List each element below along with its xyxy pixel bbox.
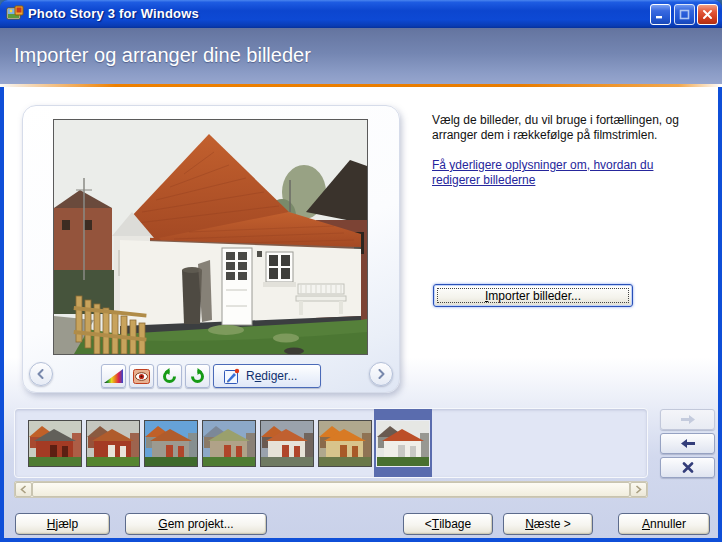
arrow-right-icon	[680, 414, 696, 425]
thumbnail-3[interactable]	[142, 409, 200, 477]
maximize-button[interactable]	[674, 4, 695, 25]
filmstrip	[14, 408, 648, 478]
thumbnail-5[interactable]	[258, 409, 316, 477]
next-button[interactable]: Næste >	[503, 513, 593, 535]
remove-red-eye-button[interactable]	[129, 364, 154, 388]
x-icon	[682, 462, 694, 473]
move-image-back-button[interactable]	[660, 433, 715, 454]
thumbnail-6[interactable]	[316, 409, 374, 477]
photo-story-window: Photo Story 3 for Windows Importer og ar…	[0, 0, 722, 542]
close-icon[interactable]	[697, 4, 718, 25]
chevron-left-icon	[20, 485, 27, 494]
delete-image-button[interactable]	[660, 457, 715, 478]
app-icon	[6, 5, 24, 23]
rotate-counterclockwise-button[interactable]	[157, 364, 182, 388]
arrow-left-icon	[680, 438, 696, 449]
scroll-left-button[interactable]	[15, 482, 32, 497]
thumbnail-1[interactable]	[26, 409, 84, 477]
scrollbar-thumb[interactable]	[32, 482, 630, 497]
rotate-clockwise-button[interactable]	[185, 364, 210, 388]
photo-toolbar: Rediger...	[101, 364, 321, 388]
header: Importer og arranger dine billeder	[0, 28, 722, 84]
previous-image-button[interactable]	[29, 362, 53, 386]
color-levels-button[interactable]	[101, 364, 126, 388]
filmstrip-scrollbar[interactable]	[14, 481, 648, 498]
titlebar: Photo Story 3 for Windows	[0, 0, 722, 28]
help-button[interactable]: Hjælp	[15, 513, 110, 535]
scroll-right-button[interactable]	[630, 482, 647, 497]
thumbnail-2[interactable]	[84, 409, 142, 477]
thumbnail-7[interactable]	[374, 409, 432, 477]
photo-preview	[53, 119, 368, 355]
content-area: Rediger... Vælg de billeder, du vil brug…	[4, 87, 718, 538]
next-image-button[interactable]	[369, 362, 393, 386]
move-image-forward-button[interactable]	[660, 409, 715, 430]
save-project-button[interactable]: Gem projekt...	[125, 513, 267, 535]
import-pictures-button[interactable]: Importer billeder...	[433, 284, 633, 307]
cancel-button[interactable]: Annuller	[618, 513, 710, 535]
edit-button-label: Rediger...	[246, 369, 297, 383]
preview-panel: Rediger...	[22, 105, 400, 393]
thumbnail-4[interactable]	[200, 409, 258, 477]
pencil-icon	[224, 368, 240, 384]
window-title: Photo Story 3 for Windows	[28, 6, 199, 21]
page-title: Importer og arranger dine billeder	[14, 44, 311, 67]
edit-button[interactable]: Rediger...	[213, 364, 321, 388]
chevron-right-icon	[635, 485, 642, 494]
filmstrip-controls	[660, 409, 715, 478]
minimize-button[interactable]	[650, 4, 671, 25]
filmstrip-thumbs	[15, 409, 647, 477]
back-button[interactable]: < Tilbage	[403, 513, 493, 535]
instructions-block: Vælg de billeder, du vil bruge i fortæll…	[432, 113, 714, 188]
instructions-text: Vælg de billeder, du vil bruge i fortæll…	[432, 113, 679, 142]
import-button-label: Importer billeder...	[485, 289, 581, 303]
help-link[interactable]: Få yderligere oplysninger om, hvordan du…	[432, 158, 694, 188]
